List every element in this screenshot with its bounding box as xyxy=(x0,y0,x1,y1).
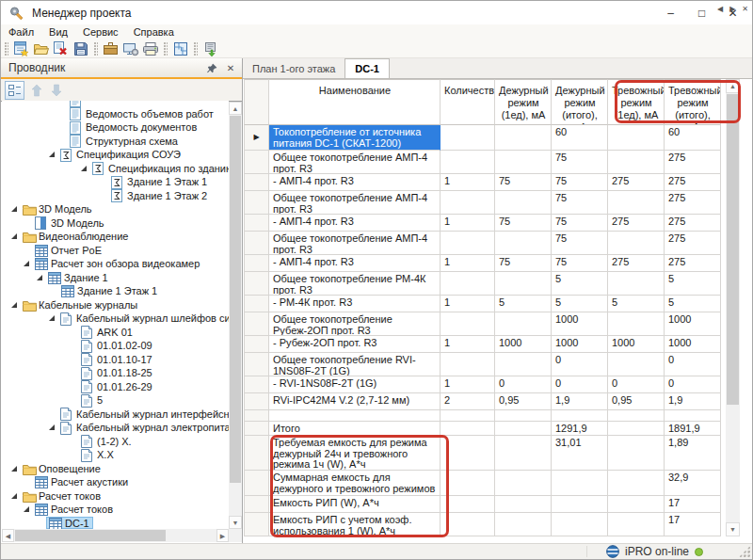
tree-item-ark-01[interactable]: ARK 01 xyxy=(2,326,229,340)
table-cell[interactable]: Токопотребление от источника питания DC-… xyxy=(269,125,441,151)
table-cell[interactable]: 1,89 xyxy=(665,436,721,471)
table-cell[interactable]: RVi-IPC42M4 V.2 (2,7-12 мм) xyxy=(269,393,441,410)
table-cell[interactable]: 5 xyxy=(665,272,721,296)
table-cell[interactable] xyxy=(495,436,552,471)
scroll-down-icon[interactable]: ▼ xyxy=(229,516,242,529)
toolbar-drag-handle[interactable] xyxy=(194,42,198,56)
table-cell[interactable]: 5 xyxy=(552,296,608,312)
table-cell[interactable]: 275 xyxy=(665,232,721,255)
table-cell[interactable]: - РМ-4К прот. R3 xyxy=(269,296,441,312)
scroll-up-icon[interactable]: ▲ xyxy=(229,102,242,115)
tree-item-01-01-26-29[interactable]: 01.01.26-29 xyxy=(2,380,229,394)
column-header[interactable]: Количество xyxy=(441,79,495,125)
table-cell[interactable]: 75 xyxy=(552,232,608,255)
tree-item-x-x[interactable]: X.X xyxy=(2,448,229,462)
table-cell[interactable]: Общее токопотребление RVI-1NS08F-2T (1G) xyxy=(269,353,441,376)
table-cell[interactable] xyxy=(495,422,552,436)
table-cell[interactable] xyxy=(495,513,552,536)
tree-item-ведомость-объемов-работ[interactable]: Ведомость объемов работ xyxy=(2,107,229,121)
row-header-cell[interactable] xyxy=(244,496,269,513)
expander-icon[interactable] xyxy=(10,232,18,240)
table-cell[interactable]: 1 xyxy=(441,296,495,312)
print-icon[interactable] xyxy=(140,40,160,57)
current-row-marker[interactable]: ▶ xyxy=(244,125,269,151)
menu-item-help[interactable]: Справка xyxy=(126,26,182,38)
table-cell[interactable]: 275 xyxy=(608,215,665,232)
row-header-cell[interactable] xyxy=(244,353,269,376)
scroll-down-icon[interactable]: ▼ xyxy=(726,522,740,536)
tree-item-ведомость-документов[interactable]: Ведомость документов xyxy=(2,120,229,135)
expander-icon[interactable] xyxy=(10,205,18,213)
resize-grip[interactable] xyxy=(739,546,750,557)
expander-icon[interactable] xyxy=(10,492,18,500)
tab-plan-1st-floor[interactable]: План 1-ого этажа xyxy=(243,59,344,78)
table-cell[interactable]: 75 xyxy=(552,151,608,174)
row-header-cell[interactable] xyxy=(244,174,269,191)
table-cell[interactable]: 275 xyxy=(608,255,665,272)
table-cell[interactable] xyxy=(608,191,665,215)
table-cell[interactable]: 1000 xyxy=(608,336,665,353)
expander-icon[interactable] xyxy=(23,505,30,513)
table-cell[interactable] xyxy=(608,125,665,151)
tree-item-структурная-схема[interactable]: Структурная схема xyxy=(2,135,229,149)
table-cell[interactable] xyxy=(552,410,608,422)
scroll-right-icon[interactable]: ▶ xyxy=(216,529,229,542)
move-down-icon[interactable] xyxy=(49,82,64,99)
table-cell[interactable]: 1891,9 xyxy=(665,422,721,436)
table-cell[interactable]: 1000 xyxy=(495,336,552,353)
table-cell[interactable]: 5 xyxy=(608,296,665,312)
table-cell[interactable] xyxy=(495,272,552,296)
minimize-button[interactable]: – xyxy=(655,1,686,24)
close-project-icon[interactable] xyxy=(51,40,71,57)
tree-item-оповещение[interactable]: Оповещение xyxy=(2,462,229,476)
table-cell[interactable]: Суммарная емкость для дежурного и тревож… xyxy=(269,471,441,496)
table-cell[interactable] xyxy=(441,312,495,336)
table-cell[interactable] xyxy=(441,272,495,296)
table-cell[interactable]: 275 xyxy=(665,151,721,174)
table-cell[interactable]: 5 xyxy=(495,296,552,312)
row-header-cell[interactable] xyxy=(244,376,269,393)
table-cell[interactable]: 0 xyxy=(665,353,721,376)
row-header-cell[interactable] xyxy=(244,255,269,272)
tree-item-кабельный-журнал-интерфейсных[interactable]: Кабельный журнал интерфейсных xyxy=(2,408,229,422)
update-icon[interactable] xyxy=(200,40,220,57)
tree-item-видеонаблюдение[interactable]: Видеонаблюдение xyxy=(2,230,229,244)
table-cell[interactable]: - Рубеж-2ОП прот. R3 xyxy=(269,336,441,353)
tree-item-здание-1-этаж-1[interactable]: Здание 1 Этаж 1 xyxy=(2,175,229,189)
open-project-icon[interactable] xyxy=(31,40,51,57)
tab-close-icon[interactable]: ✕ xyxy=(742,5,748,13)
table-cell[interactable] xyxy=(552,471,608,496)
table-cell[interactable] xyxy=(441,151,495,174)
row-header-cell[interactable] xyxy=(244,215,269,232)
row-header-cell[interactable] xyxy=(244,436,269,471)
row-header-cell[interactable] xyxy=(244,272,269,296)
table-cell[interactable] xyxy=(269,410,441,422)
table-cell[interactable]: 0 xyxy=(665,376,721,393)
menu-item-service[interactable]: Сервис xyxy=(75,26,126,38)
table-cell[interactable]: 1 xyxy=(441,255,495,272)
tree-horizontal-scrollbar[interactable]: ◀ ▶ xyxy=(2,529,242,542)
table-cell[interactable]: 17 xyxy=(665,513,721,536)
expander-icon[interactable] xyxy=(36,274,43,281)
tree-item-dc-1[interactable]: DC-1 xyxy=(2,517,229,530)
table-cell[interactable] xyxy=(608,422,665,436)
table-cell[interactable]: 0 xyxy=(495,376,552,393)
tree-item-3d-модель[interactable]: 3D Модель xyxy=(2,202,229,216)
table-cell[interactable] xyxy=(495,125,552,151)
tab-scroll-right-icon[interactable]: ▶ xyxy=(729,5,735,13)
tree-item--1-2-x-[interactable]: (1-2) X. xyxy=(2,435,229,449)
tree-item-01-01-18-25[interactable]: 01.01.18-25 xyxy=(2,366,229,380)
table-cell[interactable]: Общее токопотребление РМ-4К прот. R3 xyxy=(269,272,441,296)
table-cell[interactable]: 5 xyxy=(552,272,608,296)
table-cell[interactable]: 17 xyxy=(665,496,721,513)
row-header-cell[interactable] xyxy=(244,393,269,410)
table-cell[interactable]: Общее токопотребление АМП-4 прот. R3 xyxy=(269,191,441,215)
expander-icon[interactable] xyxy=(23,260,30,267)
tab-scroll-left-icon[interactable]: ◀ xyxy=(717,5,723,13)
table-cell[interactable] xyxy=(495,410,552,422)
tree-item-3d-модель[interactable]: 3D Модель xyxy=(2,216,229,231)
row-header-cell[interactable] xyxy=(244,422,269,436)
table-cell[interactable] xyxy=(495,232,552,255)
table-cell[interactable]: 1000 xyxy=(552,336,608,353)
table-cell[interactable]: 0 xyxy=(552,376,608,393)
